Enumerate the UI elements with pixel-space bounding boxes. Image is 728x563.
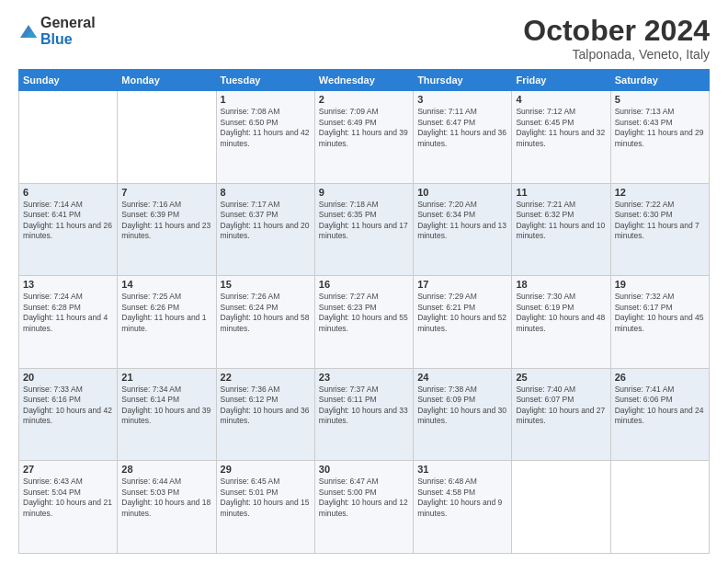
- day-number: 16: [319, 279, 409, 290]
- day-number: 17: [417, 279, 507, 290]
- calendar-cell: [118, 91, 216, 184]
- day-detail: Sunrise: 7:24 AMSunset: 6:28 PMDaylight:…: [23, 292, 113, 334]
- day-number: 14: [121, 279, 211, 290]
- calendar-week-1: 6Sunrise: 7:14 AMSunset: 6:41 PMDaylight…: [19, 183, 710, 276]
- day-number: 19: [615, 279, 705, 290]
- day-number: 29: [221, 464, 311, 475]
- calendar-cell: 14Sunrise: 7:25 AMSunset: 6:26 PMDayligh…: [118, 276, 216, 369]
- calendar-week-4: 27Sunrise: 6:43 AMSunset: 5:04 PMDayligh…: [19, 461, 710, 554]
- calendar-cell: 13Sunrise: 7:24 AMSunset: 6:28 PMDayligh…: [19, 276, 118, 369]
- day-number: 25: [516, 372, 606, 383]
- day-number: 30: [319, 464, 409, 475]
- calendar-cell: 10Sunrise: 7:20 AMSunset: 6:34 PMDayligh…: [414, 183, 512, 276]
- day-detail: Sunrise: 7:14 AMSunset: 6:41 PMDaylight:…: [23, 200, 113, 242]
- day-number: 4: [516, 94, 606, 105]
- logo-blue: Blue: [40, 31, 96, 48]
- day-detail: Sunrise: 7:18 AMSunset: 6:35 PMDaylight:…: [319, 200, 409, 242]
- calendar-cell: 15Sunrise: 7:26 AMSunset: 6:24 PMDayligh…: [216, 276, 314, 369]
- day-number: 1: [221, 94, 311, 105]
- header-tuesday: Tuesday: [216, 70, 314, 91]
- day-detail: Sunrise: 6:47 AMSunset: 5:00 PMDaylight:…: [319, 477, 409, 519]
- day-number: 2: [319, 94, 409, 105]
- logo: General Blue: [18, 15, 96, 47]
- day-detail: Sunrise: 7:25 AMSunset: 6:26 PMDaylight:…: [121, 292, 211, 334]
- calendar-cell: 26Sunrise: 7:41 AMSunset: 6:06 PMDayligh…: [610, 368, 709, 461]
- day-detail: Sunrise: 7:32 AMSunset: 6:17 PMDaylight:…: [615, 292, 705, 334]
- calendar-cell: 19Sunrise: 7:32 AMSunset: 6:17 PMDayligh…: [610, 276, 709, 369]
- day-number: 6: [23, 187, 113, 198]
- day-number: 22: [221, 372, 311, 383]
- day-number: 27: [23, 464, 113, 475]
- header-thursday: Thursday: [414, 70, 512, 91]
- calendar-week-0: 1Sunrise: 7:08 AMSunset: 6:50 PMDaylight…: [19, 91, 710, 184]
- title-block: October 2024 Talponada, Veneto, Italy: [523, 15, 710, 62]
- day-number: 31: [417, 464, 507, 475]
- calendar-cell: 7Sunrise: 7:16 AMSunset: 6:39 PMDaylight…: [118, 183, 216, 276]
- day-number: 7: [121, 187, 211, 198]
- day-detail: Sunrise: 7:08 AMSunset: 6:50 PMDaylight:…: [221, 107, 311, 149]
- calendar-cell: 8Sunrise: 7:17 AMSunset: 6:37 PMDaylight…: [216, 183, 314, 276]
- day-detail: Sunrise: 7:40 AMSunset: 6:07 PMDaylight:…: [516, 385, 606, 427]
- calendar-cell: 24Sunrise: 7:38 AMSunset: 6:09 PMDayligh…: [414, 368, 512, 461]
- calendar-cell: 17Sunrise: 7:29 AMSunset: 6:21 PMDayligh…: [414, 276, 512, 369]
- day-detail: Sunrise: 7:13 AMSunset: 6:43 PMDaylight:…: [615, 107, 705, 149]
- day-number: 10: [417, 187, 507, 198]
- header: General Blue October 2024 Talponada, Ven…: [18, 15, 710, 62]
- day-detail: Sunrise: 7:34 AMSunset: 6:14 PMDaylight:…: [121, 385, 211, 427]
- day-detail: Sunrise: 7:09 AMSunset: 6:49 PMDaylight:…: [319, 107, 409, 149]
- day-detail: Sunrise: 6:43 AMSunset: 5:04 PMDaylight:…: [23, 477, 113, 519]
- day-detail: Sunrise: 7:11 AMSunset: 6:47 PMDaylight:…: [417, 107, 507, 149]
- day-number: 3: [417, 94, 507, 105]
- day-number: 18: [516, 279, 606, 290]
- day-number: 11: [516, 187, 606, 198]
- day-detail: Sunrise: 7:38 AMSunset: 6:09 PMDaylight:…: [417, 385, 507, 427]
- calendar-cell: 6Sunrise: 7:14 AMSunset: 6:41 PMDaylight…: [19, 183, 118, 276]
- day-detail: Sunrise: 6:45 AMSunset: 5:01 PMDaylight:…: [221, 477, 311, 519]
- calendar-cell: 29Sunrise: 6:45 AMSunset: 5:01 PMDayligh…: [216, 461, 314, 554]
- location-subtitle: Talponada, Veneto, Italy: [523, 47, 710, 62]
- day-number: 28: [121, 464, 211, 475]
- day-detail: Sunrise: 7:30 AMSunset: 6:19 PMDaylight:…: [516, 292, 606, 334]
- header-saturday: Saturday: [610, 70, 709, 91]
- day-detail: Sunrise: 6:44 AMSunset: 5:03 PMDaylight:…: [121, 477, 211, 519]
- calendar-cell: 18Sunrise: 7:30 AMSunset: 6:19 PMDayligh…: [512, 276, 610, 369]
- day-number: 13: [23, 279, 113, 290]
- calendar-cell: 2Sunrise: 7:09 AMSunset: 6:49 PMDaylight…: [314, 91, 413, 184]
- day-detail: Sunrise: 7:41 AMSunset: 6:06 PMDaylight:…: [615, 385, 705, 427]
- day-detail: Sunrise: 7:27 AMSunset: 6:23 PMDaylight:…: [319, 292, 409, 334]
- day-detail: Sunrise: 7:20 AMSunset: 6:34 PMDaylight:…: [417, 200, 507, 242]
- calendar-cell: 20Sunrise: 7:33 AMSunset: 6:16 PMDayligh…: [19, 368, 118, 461]
- day-number: 9: [319, 187, 409, 198]
- day-detail: Sunrise: 7:33 AMSunset: 6:16 PMDaylight:…: [23, 385, 113, 427]
- calendar-cell: 30Sunrise: 6:47 AMSunset: 5:00 PMDayligh…: [314, 461, 413, 554]
- day-detail: Sunrise: 7:16 AMSunset: 6:39 PMDaylight:…: [121, 200, 211, 242]
- header-monday: Monday: [118, 70, 216, 91]
- calendar-cell: 22Sunrise: 7:36 AMSunset: 6:12 PMDayligh…: [216, 368, 314, 461]
- calendar-header-row: Sunday Monday Tuesday Wednesday Thursday…: [19, 70, 710, 91]
- day-detail: Sunrise: 7:22 AMSunset: 6:30 PMDaylight:…: [615, 200, 705, 242]
- calendar-cell: 27Sunrise: 6:43 AMSunset: 5:04 PMDayligh…: [19, 461, 118, 554]
- day-detail: Sunrise: 7:29 AMSunset: 6:21 PMDaylight:…: [417, 292, 507, 334]
- calendar-cell: 3Sunrise: 7:11 AMSunset: 6:47 PMDaylight…: [414, 91, 512, 184]
- day-detail: Sunrise: 7:26 AMSunset: 6:24 PMDaylight:…: [221, 292, 311, 334]
- page: General Blue October 2024 Talponada, Ven…: [0, 0, 728, 563]
- calendar-week-3: 20Sunrise: 7:33 AMSunset: 6:16 PMDayligh…: [19, 368, 710, 461]
- day-detail: Sunrise: 7:36 AMSunset: 6:12 PMDaylight:…: [221, 385, 311, 427]
- day-number: 5: [615, 94, 705, 105]
- calendar-cell: 1Sunrise: 7:08 AMSunset: 6:50 PMDaylight…: [216, 91, 314, 184]
- calendar-cell: 4Sunrise: 7:12 AMSunset: 6:45 PMDaylight…: [512, 91, 610, 184]
- calendar-cell: [512, 461, 610, 554]
- day-number: 23: [319, 372, 409, 383]
- header-friday: Friday: [512, 70, 610, 91]
- day-number: 24: [417, 372, 507, 383]
- logo-text: General Blue: [40, 15, 96, 47]
- calendar-cell: 23Sunrise: 7:37 AMSunset: 6:11 PMDayligh…: [314, 368, 413, 461]
- header-wednesday: Wednesday: [314, 70, 413, 91]
- calendar-week-2: 13Sunrise: 7:24 AMSunset: 6:28 PMDayligh…: [19, 276, 710, 369]
- calendar-cell: 11Sunrise: 7:21 AMSunset: 6:32 PMDayligh…: [512, 183, 610, 276]
- day-number: 12: [615, 187, 705, 198]
- calendar-cell: 12Sunrise: 7:22 AMSunset: 6:30 PMDayligh…: [610, 183, 709, 276]
- calendar-cell: 28Sunrise: 6:44 AMSunset: 5:03 PMDayligh…: [118, 461, 216, 554]
- calendar-cell: [610, 461, 709, 554]
- logo-general: General: [40, 15, 96, 31]
